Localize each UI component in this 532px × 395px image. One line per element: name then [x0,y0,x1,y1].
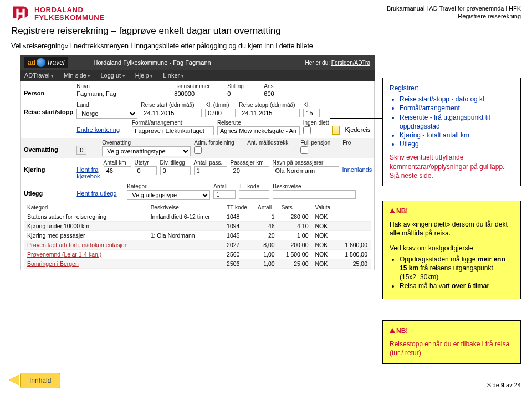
land-select[interactable]: Norge [76,109,137,119]
hent-kjorebok[interactable]: Hent fra kjørebok [76,166,100,180]
km-input[interactable] [104,166,131,175]
org-name-2: FYLKESKOMMUNE [34,14,104,22]
app-screenshot: adTravel Hordaland Fylkeskommune - Fag F… [20,55,375,270]
reise-start-input[interactable] [141,109,202,117]
endre-kontering[interactable]: Endre kontering [76,126,129,135]
ingen-diett-checkbox[interactable] [303,126,311,134]
section-startstopp: Reise start/stopp [24,102,75,115]
person-lonn: 800000 [174,90,224,99]
callout-registrer: Registrer: Reise start/stopp - dato og k… [382,78,521,186]
person-stilling: 0 [227,90,260,99]
utlegg-tt-input[interactable] [239,190,269,199]
overnatting-select[interactable]: Velg overnattingstype [102,146,191,156]
pass-input[interactable] [194,166,227,175]
kl-start-input[interactable] [205,109,236,117]
table-row: Prøven.tapt arb.fortj. m/dokumentasjon20… [24,240,371,250]
page-number: Side 9 av 24 [487,382,521,388]
section-overnatting: Overnatting [24,140,75,153]
back-arrow-icon [9,375,19,385]
innhald-button[interactable]: Innhald [20,373,60,388]
table-row: Statens satser for reiseregningInnland d… [24,212,371,222]
formal-input[interactable] [132,126,214,135]
passkm-input[interactable] [231,166,269,175]
summary-table: Kategori Beskrivelse TT-kode Antall Sats… [24,203,371,269]
utlegg-kategori-select[interactable]: Velg utleggstype [127,190,210,200]
pensjon-checkbox[interactable] [300,146,308,154]
person-navn: Fagmann, Fag [76,90,171,99]
app-window-title: Hordaland Fylkeskommune - Fag Fagmann [93,59,211,66]
adm-checkbox[interactable] [194,146,202,154]
section-utlegg: Utlegg [24,183,75,197]
navnpass-input[interactable] [273,166,339,175]
app-nav: ADTravel Min side Logg ut Hjelp Linker [20,70,375,81]
overn-count: 0 [76,146,86,155]
nav-minside[interactable]: Min side [64,72,90,79]
section-person: Person [24,83,75,96]
page-subtitle: Vel «reiseregning» i nedtrekksmenyen i I… [0,40,532,55]
utlegg-beskr-input[interactable] [273,190,356,199]
adtravel-logo: adTravel [24,57,68,68]
utstyr-input[interactable] [135,166,157,175]
table-row: Kjøring med passasjer1: Ola Nordmann1045… [24,231,371,240]
utlegg-antall-input[interactable] [213,190,236,199]
warning-icon [390,208,395,213]
warning-icon [390,328,395,333]
header-right: Brukarmanual i AD Travel for prøvenemnda… [387,4,521,23]
callout-nb1: NB! Hak av «ingen diett» dersom du får d… [382,201,521,299]
hent-utlegg[interactable]: Hent fra utlegg [76,189,124,198]
person-ans: 600 [264,90,286,99]
reiserute-input[interactable] [217,126,300,135]
section-kjoring: Kjøring [24,160,75,173]
nav-adtravel[interactable]: ADTravel [24,72,54,79]
page-title: Registrere reiserekning – fagprøve enkel… [0,23,532,40]
table-row: Prøvenemnd (Leiar 1-4 kan.)25601,001 500… [24,250,371,259]
org-name-1: HORDALAND [34,6,104,14]
table-row: Kjøring under 10000 km1094464,10NOK [24,222,371,231]
note-icon[interactable] [332,126,340,135]
nav-hjelp[interactable]: Hjelp [135,72,154,79]
reise-stopp-input[interactable] [239,109,300,117]
breadcrumb[interactable]: Forsiden/ADTra [331,60,370,66]
div-input[interactable] [160,166,191,175]
table-row: Bomringen i Bergen25061,0025,00NOK25,00 [24,259,371,269]
kl-stopp-input[interactable] [303,109,320,117]
org-logo: HORDALAND FYLKESKOMMUNE [11,4,104,23]
callout-nb2: NB! Reisestopp er når du er tilbake i fr… [382,320,521,364]
nav-linker[interactable]: Linker [163,72,183,79]
nav-loggut[interactable]: Logg ut [100,72,125,79]
